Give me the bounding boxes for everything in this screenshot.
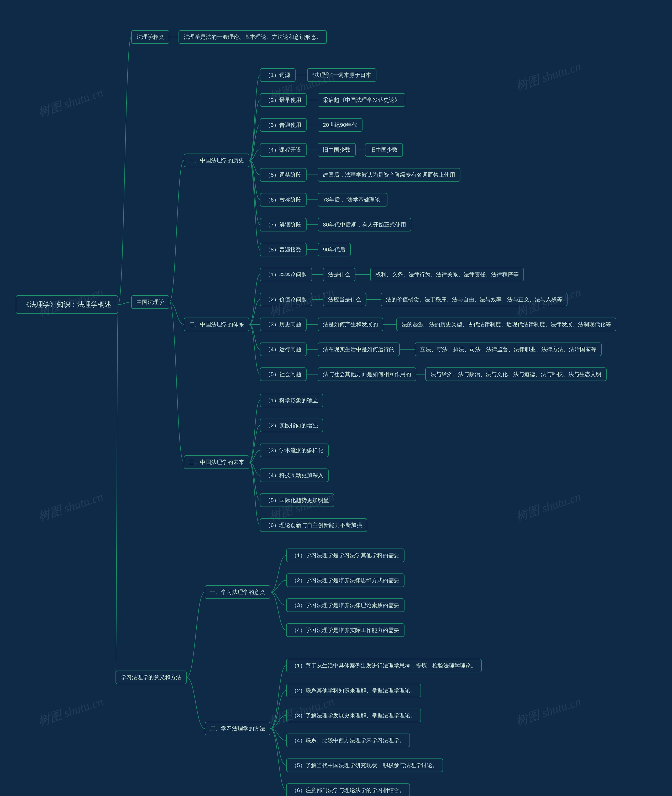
node-b3s2n1[interactable]: （1）善于从生活中具体案例出发进行法理学思考，提炼、检验法理学理论。 [286, 659, 482, 672]
node-b1[interactable]: 法理学释义 [131, 30, 169, 44]
node-b3s1n3[interactable]: （3）学习法理学是培养法律理论素质的需要 [286, 598, 405, 612]
node-b2s1n6b[interactable]: 78年后，“法学基础理论” [318, 193, 387, 206]
node-b2s1n3a[interactable]: （3）普遍使用 [260, 118, 307, 132]
node-b2s2n5c[interactable]: 法与经济、法与政治、法与文化、法与道德、法与科技、法与生态文明 [425, 368, 606, 381]
watermark: 树图 shutu.cn [36, 489, 106, 525]
node-b3s1[interactable]: 一、学习法理学的意义 [205, 585, 270, 599]
node-b3s2n4[interactable]: （4）联系、比较中西方法理学来学习法理学。 [286, 734, 410, 747]
node-b2s1n7a[interactable]: （7）解锢阶段 [260, 218, 307, 232]
node-b3s1n4[interactable]: （4）学习法理学是培养实际工作能力的需要 [286, 623, 405, 637]
watermark: 树图 shutu.cn [514, 489, 583, 525]
node-b3s1n2[interactable]: （2）学习法理学是培养法律思维方式的需要 [286, 574, 405, 587]
node-b3s2n5[interactable]: （5）了解当代中国法理学研究现状，积极参与法理学讨论。 [286, 758, 443, 772]
node-b2s3n6[interactable]: （6）理论创新与自主创新能力不断加强 [260, 518, 367, 532]
node-b2s1n4a[interactable]: （4）课程开设 [260, 143, 307, 157]
node-b2s1n2b[interactable]: 梁启超《中国法理学发达史论》 [318, 93, 405, 107]
node-b3s2n2[interactable]: （2）联系其他学科知识来理解、掌握法理学理论。 [286, 684, 421, 697]
node-b2s1n8a[interactable]: （8）普遍接受 [260, 243, 307, 256]
node-b2s3[interactable]: 三、中国法理学的未来 [184, 456, 250, 469]
node-b3s1n1[interactable]: （1）学习法理学是学习法学其他学科的需要 [286, 548, 405, 562]
node-b2s3n1[interactable]: （1）科学形象的确立 [260, 394, 323, 407]
node-b2s2n4c[interactable]: 立法、守法、执法、司法、法律监督、法律职业、法律方法、法治国家等 [415, 342, 602, 356]
watermark: 树图 shutu.cn [36, 85, 106, 121]
node-b2s1n8b[interactable]: 90年代后 [318, 243, 351, 256]
node-b2s1n4c[interactable]: 旧中国少数 [365, 143, 403, 157]
node-b2s1[interactable]: 一、中国法理学的历史 [184, 153, 250, 167]
node-b2s2n4a[interactable]: （4）运行问题 [260, 342, 307, 356]
node-b2s2[interactable]: 二、中国法理学的体系 [184, 318, 250, 331]
node-b2s2n1b[interactable]: 法是什么 [323, 268, 355, 281]
node-b2s1n1a[interactable]: （1）词源 [260, 68, 296, 82]
node-b3s2n6[interactable]: （6）注意部门法学与理论法学的学习相结合。 [286, 783, 410, 796]
node-b2s2n2c[interactable]: 法的价值概念、法于秩序、法与自由、法与效率、法与正义、法与人权等 [381, 293, 568, 306]
watermark: 树图 shutu.cn [514, 58, 583, 95]
node-b2s3n5[interactable]: （5）国际化趋势更加明显 [260, 493, 334, 507]
node-b3[interactable]: 学习法理学的意义和方法 [115, 671, 187, 684]
node-b2s3n4[interactable]: （4）科技互动更加深入 [260, 468, 329, 482]
node-b3s2n3[interactable]: （3）了解法理学发展史来理解、掌握法理学理论。 [286, 709, 421, 722]
node-b2s1n4b[interactable]: 旧中国少数 [318, 143, 356, 157]
node-b3s2[interactable]: 二、学习法理学的方法 [205, 722, 270, 735]
node-b2s2n4b[interactable]: 法在现实生活中是如何运行的 [318, 342, 400, 356]
node-b2s1n5a[interactable]: （5）词禁阶段 [260, 168, 307, 182]
node-b2s3n3[interactable]: （3）学术流派的多样化 [260, 444, 329, 457]
node-b2s2n1c[interactable]: 权利、义务、法律行为、法律关系、法律责任、法律程序等 [370, 268, 524, 281]
watermark: 树图 shutu.cn [36, 694, 106, 730]
root-node[interactable]: 《法理学》知识：法理学概述 [16, 295, 118, 314]
node-b2s2n3c[interactable]: 法的起源、法的历史类型、古代法律制度、近现代法律制度、法律发展、法制现代化等 [396, 318, 616, 331]
node-b2s1n1b[interactable]: “法理学”一词来源于日本 [307, 68, 376, 82]
node-b2s2n2a[interactable]: （2）价值论问题 [260, 293, 312, 306]
node-b2[interactable]: 中国法理学 [131, 295, 169, 309]
node-b2s1n7b[interactable]: 80年代中后期，有人开始正式使用 [318, 218, 411, 232]
node-b1c1[interactable]: 法理学是法的一般理论、基本理论、方法论和意识形态。 [179, 30, 327, 44]
node-b2s2n5a[interactable]: （5）社会问题 [260, 368, 307, 381]
node-b2s1n3b[interactable]: 20世纪90年代 [318, 118, 363, 132]
watermark: 树图 shutu.cn [514, 694, 583, 730]
node-b2s1n2a[interactable]: （2）最早使用 [260, 93, 307, 107]
node-b2s2n3a[interactable]: （3）历史问题 [260, 318, 307, 331]
node-b2s2n5b[interactable]: 法与社会其他方面是如何相互作用的 [318, 368, 416, 381]
node-b2s1n6a[interactable]: （6）替称阶段 [260, 193, 307, 206]
node-b2s2n3b[interactable]: 法是如何产生和发展的 [318, 318, 383, 331]
node-b2s1n5b[interactable]: 建国后，法理学被认为是资产阶级专有名词而禁止使用 [318, 168, 461, 182]
node-b2s2n1a[interactable]: （1）本体论问题 [260, 268, 312, 281]
node-b2s3n2[interactable]: （2）实践指向的增强 [260, 419, 323, 432]
node-b2s2n2b[interactable]: 法应当是什么 [323, 293, 366, 306]
